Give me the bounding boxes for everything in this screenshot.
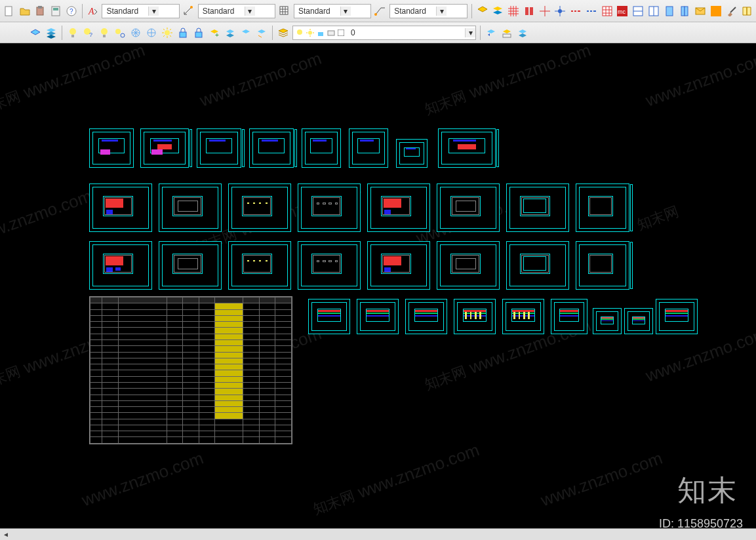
layer-state3-icon[interactable] xyxy=(516,26,529,39)
drawing-sheet[interactable] xyxy=(551,299,587,334)
brush-icon[interactable] xyxy=(725,5,738,18)
separator xyxy=(82,4,83,18)
table-blue2-icon[interactable] xyxy=(647,5,660,18)
layer-props-icon[interactable] xyxy=(277,26,290,39)
svg-rect-19 xyxy=(666,7,673,16)
table-style-dropdown[interactable]: Standard ▾ xyxy=(294,4,371,18)
drawing-sheet[interactable] xyxy=(437,183,500,232)
drawing-sheet[interactable] xyxy=(302,128,341,168)
layer-combo[interactable]: 0 ▾ xyxy=(292,26,476,40)
layer-walk-icon[interactable] xyxy=(239,26,252,39)
drawing-sheet[interactable] xyxy=(349,128,388,168)
node-icon[interactable] xyxy=(553,5,567,18)
lock1-icon[interactable] xyxy=(176,26,189,39)
table-red-icon[interactable] xyxy=(601,5,614,18)
drawing-sheet[interactable] xyxy=(159,183,222,232)
drawing-sheet[interactable] xyxy=(593,308,622,334)
drawing-sheet[interactable] xyxy=(437,241,500,290)
drawing-sheet[interactable] xyxy=(367,183,430,232)
table-blue1-icon[interactable] xyxy=(631,5,645,18)
svg-point-24 xyxy=(70,28,76,35)
layer-single-icon[interactable] xyxy=(29,26,42,39)
mleader-style-dropdown[interactable]: Standard ▾ xyxy=(389,4,467,18)
drawing-sheet[interactable] xyxy=(308,299,350,334)
bulb-q-icon[interactable]: ? xyxy=(82,26,95,39)
svg-point-38 xyxy=(297,29,302,35)
drawing-sheet[interactable] xyxy=(228,241,291,290)
toolbar-row-1: ? A Standard ▾ Standard ▾ Standard ▾ Sta… xyxy=(0,0,756,22)
door1-icon[interactable] xyxy=(663,5,676,18)
layer-prev-icon[interactable] xyxy=(485,26,498,39)
sun-icon[interactable] xyxy=(161,26,174,39)
grid-red-icon[interactable] xyxy=(507,5,520,18)
bulb1-icon[interactable] xyxy=(66,26,79,39)
dim-style-icon[interactable] xyxy=(182,5,195,18)
layer1-icon[interactable] xyxy=(476,5,489,18)
layers-icon[interactable] xyxy=(491,5,504,18)
bulb2-icon[interactable] xyxy=(98,26,111,39)
drawing-sheet[interactable] xyxy=(438,128,496,168)
dash-red-icon[interactable] xyxy=(569,5,582,18)
lock2-icon[interactable] xyxy=(192,26,205,39)
watermark: 知末网 xyxy=(634,201,682,235)
freeze1-icon[interactable] xyxy=(129,26,142,39)
drawing-sheet[interactable] xyxy=(228,183,291,232)
mail-icon[interactable] xyxy=(694,5,707,18)
drawing-sheet[interactable] xyxy=(159,241,222,290)
cross-icon[interactable] xyxy=(538,5,551,18)
drawing-sheet[interactable] xyxy=(298,183,361,232)
svg-point-34 xyxy=(165,30,170,35)
drawing-sheet[interactable] xyxy=(502,299,544,334)
horizontal-scrollbar[interactable]: ◄ xyxy=(0,528,756,540)
align-icon[interactable] xyxy=(523,5,536,18)
open-icon[interactable] xyxy=(18,5,31,18)
table-style-icon[interactable] xyxy=(278,5,291,18)
layer-match-icon[interactable] xyxy=(255,26,268,39)
book-icon[interactable] xyxy=(740,5,753,18)
layer-stack-icon[interactable] xyxy=(45,26,58,39)
drawing-sheet[interactable] xyxy=(140,128,189,168)
schedule-table[interactable] xyxy=(89,296,292,444)
drawing-sheet[interactable] xyxy=(656,299,698,334)
scroll-left-icon[interactable]: ◄ xyxy=(0,530,12,540)
svg-rect-21 xyxy=(685,7,688,16)
text-style-icon[interactable]: A xyxy=(87,5,100,18)
drawing-sheet[interactable] xyxy=(367,241,430,290)
drawing-sheet[interactable] xyxy=(89,128,134,168)
calc-icon[interactable] xyxy=(49,5,62,18)
drawing-sheet[interactable] xyxy=(197,128,241,168)
dim-style-dropdown[interactable]: Standard ▾ xyxy=(198,4,275,18)
drawing-sheet[interactable] xyxy=(89,241,152,290)
drawing-sheet[interactable] xyxy=(624,308,653,334)
freeze2-icon[interactable] xyxy=(145,26,158,39)
drawing-sheet[interactable] xyxy=(506,183,569,232)
drawing-viewport[interactable]: 知末网 www.znzmo.com www.znzmo.com 知末网 www.… xyxy=(0,43,756,540)
drawing-sheet[interactable] xyxy=(89,183,152,232)
drawing-sheet[interactable] xyxy=(357,299,399,334)
watermark: 知末网 www.znzmo.com xyxy=(422,43,594,120)
bulb-gear-icon[interactable] xyxy=(113,26,127,39)
drawing-sheet[interactable] xyxy=(454,299,496,334)
layer-iso-icon[interactable] xyxy=(224,26,237,39)
drawing-sheet[interactable] xyxy=(576,183,629,232)
new-icon[interactable] xyxy=(3,5,16,18)
mc-icon[interactable]: mc xyxy=(616,5,629,18)
layer-state2-icon[interactable] xyxy=(500,26,513,39)
dropdown-text: Standard xyxy=(390,7,436,16)
paste-icon[interactable] xyxy=(34,5,47,18)
door2-icon[interactable] xyxy=(678,5,691,18)
numbered-orange-icon[interactable] xyxy=(709,5,723,18)
drawing-sheet[interactable] xyxy=(396,139,428,168)
drawing-sheet[interactable] xyxy=(506,241,569,290)
mleader-style-icon[interactable] xyxy=(374,5,387,18)
svg-point-30 xyxy=(115,29,121,34)
drawing-sheet[interactable] xyxy=(249,128,294,168)
help-icon[interactable]: ? xyxy=(65,5,78,18)
drawing-sheet[interactable] xyxy=(298,241,361,290)
scroll-track[interactable] xyxy=(12,530,756,539)
layer-add-icon[interactable]: + xyxy=(208,26,221,39)
text-style-dropdown[interactable]: Standard ▾ xyxy=(102,4,179,18)
drawing-sheet[interactable] xyxy=(576,241,629,290)
drawing-sheet[interactable] xyxy=(405,299,447,334)
dash-blue-icon[interactable] xyxy=(585,5,598,18)
